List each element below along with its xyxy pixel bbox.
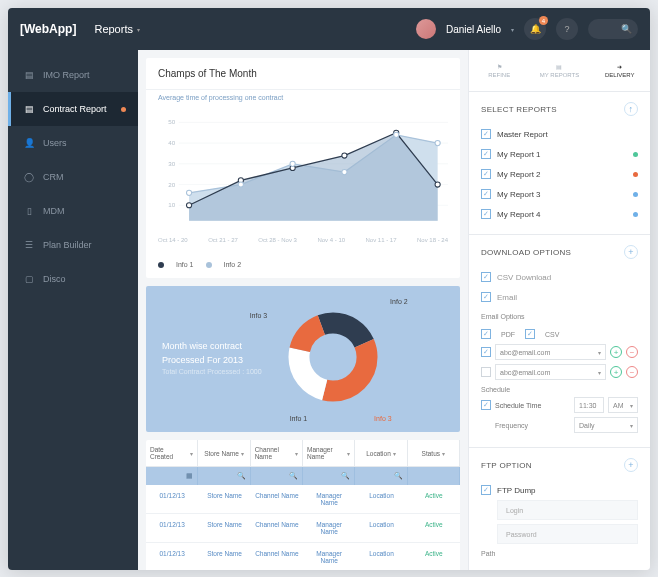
col-manager[interactable]: Manager Name▾ [303,440,355,466]
del-email-button[interactable]: − [626,366,638,378]
reports-label: Reports [94,23,133,35]
help-icon[interactable]: ? [556,18,578,40]
email2-checkbox[interactable]: ✓ [481,367,491,377]
col-store[interactable]: Store Name▾ [198,440,250,466]
filter-date[interactable]: ▦ [146,467,198,485]
svg-text:20: 20 [168,181,175,188]
col-date[interactable]: Date Created▾ [146,440,198,466]
filter-manager[interactable]: 🔍 [303,467,355,485]
sidebar-item-disco[interactable]: ▢Disco [8,262,138,296]
schedule-checkbox[interactable]: ✓ [481,400,491,410]
status-dot [633,152,638,157]
data-table: Date Created▾ Store Name▾ Channel Name▾ … [146,440,460,570]
email-download-row[interactable]: ✓Email [481,287,638,307]
checkbox-icon[interactable]: ✓ [481,209,491,219]
svg-point-17 [238,182,243,187]
tab-delivery[interactable]: ➜DELIVERY [590,50,650,91]
filter-location[interactable]: 🔍 [355,467,407,485]
add-email-button[interactable]: + [610,366,622,378]
table-row[interactable]: 01/12/13Store NameChannel NameManager Na… [146,543,460,570]
add-email-button[interactable]: + [610,346,622,358]
line-chart: 5040302010 Oct 14 - 20Oct 21 - 27Oct 28 … [146,101,460,255]
frequency-field[interactable]: Daily▾ [574,417,638,433]
user-chevron-icon[interactable]: ▾ [511,26,514,33]
chart-legend: Info 1 Info 2 [146,255,460,278]
sidebar-item-label: Plan Builder [43,240,92,250]
sidebar-item-label: Contract Report [43,104,107,114]
filter-store[interactable]: 🔍 [198,467,250,485]
champs-subtitle: Average time of processing one contract [146,90,460,101]
checkbox-icon[interactable]: ✓ [481,272,491,282]
ftp-password-input[interactable]: Password [497,524,638,544]
ampm-field[interactable]: AM▾ [608,397,638,413]
checkbox-icon[interactable]: ✓ [481,149,491,159]
sidebar-item-users[interactable]: 👤Users [8,126,138,160]
col-status[interactable]: Status▾ [408,440,460,466]
filter-status[interactable] [408,467,460,485]
sidebar-item-imo[interactable]: ▤IMO Report [8,58,138,92]
sidebar-item-plan[interactable]: ☰Plan Builder [8,228,138,262]
col-location[interactable]: Location▾ [355,440,407,466]
body: ▤IMO Report ▤Contract Report 👤Users ◯CRM… [8,50,650,570]
svg-point-21 [435,141,440,146]
donut-subtitle: Total Contract Processed : 1000 [162,367,262,378]
svg-point-16 [186,190,191,195]
sidebar-item-crm[interactable]: ◯CRM [8,160,138,194]
doc-icon: ▤ [23,69,35,81]
svg-point-20 [394,132,399,137]
sidebar-item-contract[interactable]: ▤Contract Report [8,92,138,126]
csv-checkbox[interactable]: ✓ [525,329,535,339]
col-channel[interactable]: Channel Name▾ [251,440,303,466]
table-row[interactable]: 01/12/13Store NameChannel NameManager Na… [146,514,460,543]
report-row[interactable]: ✓My Report 3 [481,184,638,204]
filter-channel[interactable]: 🔍 [251,467,303,485]
notification-icon[interactable]: 🔔4 [524,18,546,40]
svg-point-18 [290,161,295,166]
app-window: [WebApp] Reports ▾ Daniel Aiello ▾ 🔔4 ? … [8,8,650,570]
tab-refine[interactable]: ⚑REFINE [469,50,529,91]
checkbox-icon[interactable]: ✓ [481,169,491,179]
sidebar-item-mdm[interactable]: ▯MDM [8,194,138,228]
checkbox-icon[interactable]: ✓ [481,129,491,139]
table-row[interactable]: 01/12/13Store NameChannel NameManager Na… [146,485,460,514]
report-row[interactable]: ✓My Report 4 [481,204,638,224]
email1-field[interactable]: abc@email.com▾ [495,344,606,360]
time-field[interactable]: 11:30 [574,397,604,413]
checkbox-icon[interactable]: ✓ [481,292,491,302]
report-row[interactable]: ✓My Report 1 [481,144,638,164]
right-tabs: ⚑REFINE ▤MY REPORTS ➜DELIVERY [469,50,650,92]
svg-text:30: 30 [168,160,175,167]
avatar[interactable] [416,19,436,39]
email2-field[interactable]: abc@email.com▾ [495,364,606,380]
add-report-button[interactable]: ↑ [624,102,638,116]
add-ftp-button[interactable]: + [624,458,638,472]
donut-label-info2: Info 2 [390,298,408,305]
sidebar-item-label: MDM [43,206,65,216]
globe-icon: ◯ [23,171,35,183]
report-row[interactable]: ✓Master Report [481,124,638,144]
checkbox-icon[interactable]: ✓ [481,189,491,199]
pdf-checkbox[interactable]: ✓ [481,329,491,339]
ftp-path-label: Path [481,550,638,557]
email1-checkbox[interactable]: ✓ [481,347,491,357]
search-icon: 🔍 [621,24,632,34]
tab-myreports[interactable]: ▤MY REPORTS [529,50,589,91]
report-row[interactable]: ✓My Report 2 [481,164,638,184]
csv-download-row[interactable]: ✓CSV Download [481,267,638,287]
add-download-button[interactable]: + [624,245,638,259]
select-reports-section: SELECT REPORTS↑ ✓Master Report ✓My Repor… [469,92,650,235]
table-filters: ▦ 🔍 🔍 🔍 🔍 [146,467,460,485]
svg-point-19 [342,170,347,175]
champs-card: Champs of The Month Average time of proc… [146,58,460,278]
reports-dropdown[interactable]: Reports ▾ [94,23,140,35]
legend-dot [206,262,212,268]
checkbox-icon[interactable]: ✓ [481,485,491,495]
download-section: DOWNLOAD OPTIONS+ ✓CSV Download ✓Email E… [469,235,650,448]
svg-point-15 [435,182,440,187]
ftp-dump-row[interactable]: ✓FTP Dump [481,480,638,500]
sidebar-item-label: Users [43,138,67,148]
del-email-button[interactable]: − [626,346,638,358]
ftp-login-input[interactable]: Login [497,500,638,520]
champs-title: Champs of The Month [146,58,460,90]
search-button[interactable]: 🔍 [588,19,638,39]
